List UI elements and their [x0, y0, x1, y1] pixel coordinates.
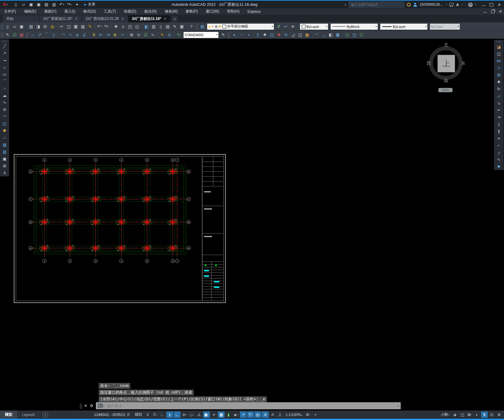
mirror-icon[interactable]: ⋈: [495, 57, 502, 64]
offset-faces-icon[interactable]: ◫: [268, 32, 275, 38]
undo-icon[interactable]: ↶▾: [58, 1, 65, 8]
audit-icon[interactable]: ☑: [11, 32, 18, 38]
chamfer-icon[interactable]: ⌐: [495, 142, 502, 149]
radius-dimension-icon[interactable]: ◠: [60, 32, 67, 38]
search-input[interactable]: [349, 2, 404, 8]
help-icon[interactable]: ?: [468, 2, 473, 7]
account-dropdown-icon[interactable]: ▾: [446, 3, 447, 6]
command-input[interactable]: [106, 403, 398, 408]
layer-states-icon[interactable]: ≋: [289, 23, 296, 30]
command-input-field[interactable]: >_ ▾ ▴: [96, 402, 401, 409]
plot-icon[interactable]: ▥: [51, 1, 58, 8]
graphics-performance-toggle[interactable]: ↯: [481, 411, 488, 418]
dimstyle-combo[interactable]: STANDARD ▾: [183, 32, 219, 38]
object-snap-toggle[interactable]: ▣▾: [203, 411, 210, 418]
open-icon[interactable]: ▱: [20, 1, 27, 8]
copy-icon[interactable]: ◫: [495, 50, 502, 57]
cut-icon[interactable]: ✂: [58, 23, 65, 30]
angular-dimension-icon[interactable]: ∠: [81, 32, 88, 38]
toolbar-grip[interactable]: [2, 40, 7, 42]
workspace-switch-gear-icon[interactable]: ⚙▾: [305, 411, 311, 418]
quickcalc-icon[interactable]: ▦: [178, 23, 185, 30]
annotation-scale-people-icon[interactable]: 人: [277, 411, 283, 418]
minimize-button[interactable]: [482, 6, 485, 6]
dimension-spacing-icon[interactable]: ≣: [112, 32, 119, 38]
doc-minimize-button[interactable]: [483, 12, 487, 13]
dimension-text-edit-icon[interactable]: A: [166, 32, 173, 38]
infer-constraints-toggle[interactable]: ∟: [159, 411, 166, 418]
lineweight-display-toggle[interactable]: ≡: [210, 411, 217, 418]
jogged-linear-icon[interactable]: ∿: [149, 32, 156, 38]
help-dropdown-icon[interactable]: ▾: [476, 3, 477, 6]
copy-faces-icon[interactable]: ◫: [297, 32, 304, 38]
erase-icon[interactable]: ◪: [495, 43, 502, 50]
model-space-button[interactable]: 模型: [133, 412, 144, 417]
annotation-monitor-plus-icon[interactable]: +: [312, 411, 319, 418]
quick-properties-toggle[interactable]: ◫: [459, 411, 466, 418]
viewcube[interactable]: 北 西 东 南 上: [426, 42, 466, 85]
new-layout-button[interactable]: +: [43, 412, 48, 418]
shell-icon[interactable]: ◳: [351, 32, 358, 38]
move-icon[interactable]: ✚: [495, 78, 502, 85]
insert-block-icon[interactable]: ◱: [1, 120, 8, 127]
doc-tab-3[interactable]: 2#厂房结构10.01.26✕: [82, 15, 127, 22]
menu-13[interactable]: Express: [244, 8, 265, 15]
batch-plot-icon[interactable]: ▤: [43, 1, 50, 8]
clean-screen-toggle[interactable]: ⊡: [488, 411, 495, 418]
union-icon[interactable]: ◕: [231, 32, 238, 38]
sheet-set-manager-icon[interactable]: ▤: [164, 23, 171, 30]
annotation-visibility-toggle[interactable]: A: [262, 411, 269, 418]
arc-length-icon[interactable]: ⌒: [43, 32, 50, 38]
designcenter-icon[interactable]: ▥: [150, 23, 157, 30]
doc-restore-button[interactable]: [491, 10, 495, 13]
intersect-icon[interactable]: ◑: [245, 32, 252, 38]
fillet-icon[interactable]: ╭: [495, 149, 502, 156]
autodesk-dropdown-icon[interactable]: ▾: [462, 3, 463, 6]
explode-icon[interactable]: ✸: [495, 163, 502, 170]
qnew-icon[interactable]: ▯: [12, 1, 19, 8]
circle-icon[interactable]: ○: [1, 85, 8, 92]
center-mark-icon[interactable]: ⊙: [135, 32, 142, 38]
taper-faces-icon[interactable]: ◿: [290, 32, 297, 38]
color-combo[interactable]: ByLayer ▾: [300, 23, 328, 30]
diameter-dimension-icon[interactable]: ⌀: [74, 32, 81, 38]
offset-icon[interactable]: ⊃: [495, 64, 502, 71]
line-icon[interactable]: ╱: [1, 43, 8, 50]
close-button[interactable]: ✕: [498, 3, 501, 7]
clean-icon[interactable]: ▦: [334, 32, 341, 38]
ortho-mode-toggle[interactable]: ∟: [174, 411, 180, 418]
lineweight-combo[interactable]: ByLayer ▾: [380, 23, 428, 30]
region-icon[interactable]: ▣: [1, 155, 8, 162]
construction-line-icon[interactable]: ↗: [1, 50, 8, 57]
rectangle-icon[interactable]: ▭: [1, 71, 8, 78]
menu-6[interactable]: 工具(T): [100, 8, 120, 15]
redo-icon[interactable]: ↷▾: [66, 1, 73, 8]
open-icon[interactable]: ▱: [11, 23, 18, 30]
lock-ui-toggle[interactable]: ⊠▾: [466, 411, 473, 418]
rotate-faces-icon[interactable]: ↻: [282, 32, 290, 38]
menu-11[interactable]: 窗口(W): [202, 8, 223, 15]
recent-commands-icon[interactable]: ▾: [103, 404, 104, 407]
menu-7[interactable]: 绘图(D): [120, 8, 140, 15]
dynamic-input-toggle[interactable]: ±: [166, 411, 173, 418]
layout-tab-layout1[interactable]: Layout1: [17, 411, 40, 419]
baseline-dimension-icon[interactable]: ⇤: [97, 32, 104, 38]
grid-display-toggle[interactable]: #: [144, 411, 151, 418]
dimension-style-icon[interactable]: ✎: [220, 32, 227, 38]
markup-icon[interactable]: ✎: [171, 23, 178, 30]
dwg-compare-icon[interactable]: ✎: [4, 32, 11, 38]
gradient-icon[interactable]: ▧: [1, 148, 8, 155]
linetype-combo[interactable]: ByBlock ▾: [330, 23, 378, 30]
copy-clip-icon[interactable]: ◫: [65, 23, 72, 30]
blend-curves-icon[interactable]: ∿: [495, 156, 502, 163]
plot-icon[interactable]: ▤: [28, 23, 35, 30]
close-tab-icon[interactable]: ✕: [121, 17, 124, 21]
wcs-dropdown[interactable]: WCS: [438, 88, 453, 92]
copy-edges-icon[interactable]: ◠: [313, 32, 320, 38]
command-expand-icon[interactable]: ▴: [398, 404, 399, 407]
annotation-scale-button[interactable]: 1:1/100%▾: [284, 413, 304, 417]
move-faces-icon[interactable]: ✚: [261, 32, 268, 38]
user-avatar-icon[interactable]: [413, 3, 417, 7]
app-store-cart-icon[interactable]: [449, 3, 454, 6]
snap-mode-toggle[interactable]: ⠿▾: [152, 411, 158, 418]
